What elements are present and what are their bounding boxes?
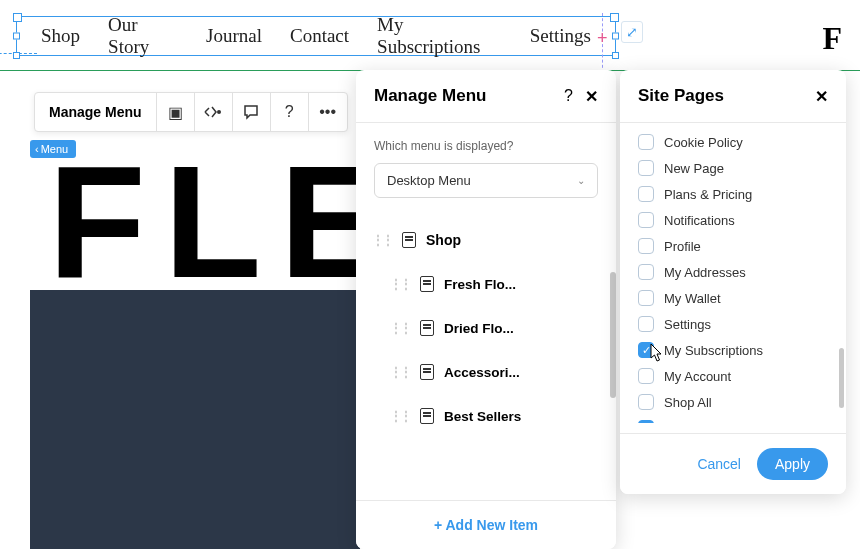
page-label: My Subscriptions (664, 343, 763, 358)
checkbox[interactable] (638, 394, 654, 410)
site-pages-panel: Site Pages ✕ Cookie Policy New Page Plan… (620, 70, 846, 494)
site-pages-list: Cookie Policy New Page Plans & Pricing N… (620, 123, 846, 423)
page-label: My Addresses (664, 265, 746, 280)
selection-handle[interactable] (612, 52, 619, 59)
cancel-button[interactable]: Cancel (697, 456, 741, 472)
drag-handle-icon[interactable]: ⋮⋮ (390, 321, 410, 335)
menu-item-label: Best Sellers (444, 409, 521, 424)
checkbox[interactable] (638, 290, 654, 306)
chevron-left-icon: ‹ (35, 143, 39, 155)
site-logo: F (822, 20, 842, 57)
page-icon (420, 276, 434, 292)
close-icon[interactable]: ✕ (815, 87, 828, 106)
site-nav-menu[interactable]: + Shop Our Story Journal Contact My Subs… (16, 16, 616, 56)
page-icon (402, 232, 416, 248)
drag-handle-icon[interactable]: ⋮⋮ (390, 365, 410, 379)
page-label: My Wallet (664, 291, 721, 306)
selection-handle[interactable] (13, 33, 20, 40)
drag-handle-icon[interactable]: ⋮⋮ (390, 277, 410, 291)
close-icon[interactable]: ✕ (585, 87, 598, 106)
checkbox[interactable] (638, 186, 654, 202)
checkbox[interactable] (638, 368, 654, 384)
page-label: Cookie Policy (664, 135, 743, 150)
checkbox[interactable] (638, 212, 654, 228)
page-row-cookie-policy[interactable]: Cookie Policy (638, 129, 828, 155)
nav-item-subscriptions[interactable]: My Subscriptions (377, 14, 502, 58)
scrollbar[interactable] (610, 272, 616, 398)
menu-item-label: Dried Flo... (444, 321, 514, 336)
apply-button[interactable]: Apply (757, 448, 828, 480)
help-icon[interactable]: ? (271, 93, 309, 131)
page-icon (420, 408, 434, 424)
animation-icon[interactable] (195, 93, 233, 131)
page-label: Journal (664, 421, 707, 424)
element-type-badge[interactable]: ‹ Menu (30, 140, 76, 158)
drag-handle-icon[interactable]: ⋮⋮ (390, 409, 410, 423)
page-label: Profile (664, 239, 701, 254)
checkbox[interactable]: ✓ (638, 342, 654, 358)
plus-icon: + (597, 28, 608, 49)
menu-item-fresh-flowers[interactable]: ⋮⋮ Fresh Flo... (362, 262, 610, 306)
page-row-my-account[interactable]: My Account (638, 363, 828, 389)
nav-item-settings[interactable]: Settings (530, 25, 591, 47)
badge-label: Menu (41, 143, 69, 155)
selection-handle[interactable] (612, 33, 619, 40)
page-row-new-page[interactable]: New Page (638, 155, 828, 181)
nav-item-contact[interactable]: Contact (290, 25, 349, 47)
checkbox[interactable] (638, 264, 654, 280)
panel-header: Manage Menu ? ✕ (356, 70, 616, 123)
page-row-profile[interactable]: Profile (638, 233, 828, 259)
page-row-shop-all[interactable]: Shop All (638, 389, 828, 415)
page-row-plans-pricing[interactable]: Plans & Pricing (638, 181, 828, 207)
page-label: New Page (664, 161, 724, 176)
page-label: Plans & Pricing (664, 187, 752, 202)
page-label: My Account (664, 369, 731, 384)
comment-icon[interactable] (233, 93, 271, 131)
page-row-my-subscriptions[interactable]: ✓ My Subscriptions (638, 337, 828, 363)
checkbox[interactable] (638, 134, 654, 150)
nav-item-journal[interactable]: Journal (206, 25, 262, 47)
nav-item-our-story[interactable]: Our Story (108, 14, 178, 58)
page-label: Settings (664, 317, 711, 332)
scrollbar[interactable] (839, 348, 844, 408)
manage-menu-panel: Manage Menu ? ✕ Which menu is displayed?… (356, 70, 616, 549)
menu-item-best-sellers[interactable]: ⋮⋮ Best Sellers (362, 394, 610, 438)
menu-item-accessories[interactable]: ⋮⋮ Accessori... (362, 350, 610, 394)
panel-footer: Cancel Apply (620, 433, 846, 494)
panel-header: Site Pages ✕ (620, 70, 846, 123)
background-section (30, 290, 360, 549)
selection-handle[interactable] (13, 52, 20, 59)
layout-icon[interactable]: ▣ (157, 93, 195, 131)
page-row-settings[interactable]: Settings (638, 311, 828, 337)
page-row-my-wallet[interactable]: My Wallet (638, 285, 828, 311)
expand-icon[interactable]: ⤢ (621, 21, 643, 43)
page-row-notifications[interactable]: Notifications (638, 207, 828, 233)
menu-item-dried-flowers[interactable]: ⋮⋮ Dried Flo... (362, 306, 610, 350)
page-row-journal[interactable]: ✓ Journal (638, 415, 828, 423)
page-label: Notifications (664, 213, 735, 228)
menu-items-list: ⋮⋮ Shop ⋮⋮ Fresh Flo... ⋮⋮ Dried Flo... … (362, 218, 610, 548)
page-label: Shop All (664, 395, 712, 410)
menu-item-label: Shop (426, 232, 461, 248)
page-row-my-addresses[interactable]: My Addresses (638, 259, 828, 285)
drag-handle-icon[interactable]: ⋮⋮ (372, 233, 392, 247)
more-icon[interactable]: ••• (309, 93, 347, 131)
panel-title: Manage Menu (374, 86, 486, 106)
menu-item-label: Accessori... (444, 365, 520, 380)
help-icon[interactable]: ? (564, 87, 573, 106)
checkbox[interactable] (638, 160, 654, 176)
menu-select-dropdown[interactable]: Desktop Menu ⌄ (374, 163, 598, 198)
panel-title: Site Pages (638, 86, 724, 106)
manage-menu-button[interactable]: Manage Menu (35, 93, 157, 131)
dropdown-value: Desktop Menu (387, 173, 471, 188)
dropdown-label: Which menu is displayed? (356, 123, 616, 163)
checkbox[interactable]: ✓ (638, 420, 654, 423)
menu-item-shop[interactable]: ⋮⋮ Shop (362, 218, 610, 262)
checkbox[interactable] (638, 238, 654, 254)
page-icon (420, 364, 434, 380)
checkbox[interactable] (638, 316, 654, 332)
chevron-down-icon: ⌄ (577, 175, 585, 186)
nav-item-shop[interactable]: Shop (41, 25, 80, 47)
svg-point-0 (217, 110, 221, 114)
add-new-item-button[interactable]: + Add New Item (356, 500, 616, 549)
